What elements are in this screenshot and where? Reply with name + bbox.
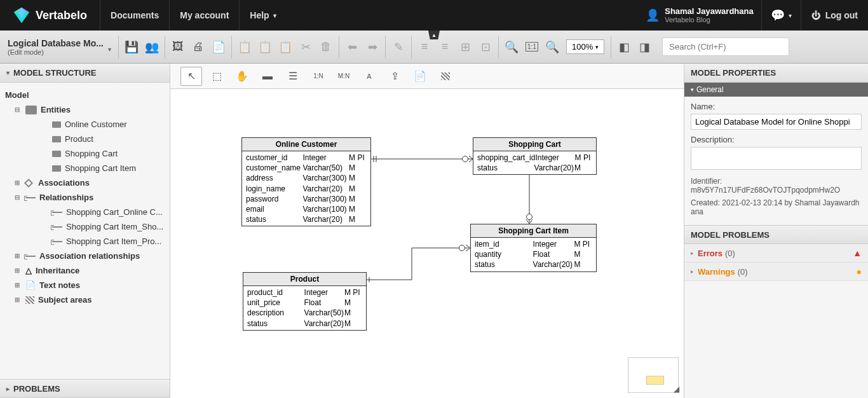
copy-button[interactable]: 📋	[234, 37, 255, 57]
relationship-endpoint-icon	[526, 214, 532, 220]
tree-text-notes[interactable]: ⊞📄Text notes	[0, 278, 170, 292]
model-structure-header[interactable]: ▾ MODEL STRUCTURE	[0, 64, 170, 83]
marquee-tool[interactable]: ⬚	[206, 67, 227, 86]
paste-button[interactable]: 📋	[255, 37, 275, 57]
chat-button[interactable]: 💬▾	[761, 0, 801, 31]
entity-icon: ▬	[262, 71, 273, 82]
tree-rel-cart-customer[interactable]: Shopping Cart_Online C...	[0, 205, 170, 219]
image-icon: 🖼	[172, 40, 184, 53]
note-tool[interactable]: 📄	[409, 67, 431, 86]
general-section-header[interactable]: ▾ General	[684, 83, 868, 97]
nav-documents[interactable]: Documents	[100, 0, 169, 31]
trash-icon: 🗑	[320, 40, 332, 53]
user-menu[interactable]: 👤 Shamal Jayawardhana Vertabelo Blog	[638, 6, 761, 25]
entity-shopping-cart-item[interactable]: Shopping Cart Item item_idIntegerM PI qu…	[470, 224, 597, 272]
assoc-tool-icon: A	[367, 72, 371, 80]
cursor-icon: ↖	[187, 70, 196, 82]
undo-button[interactable]: ⬅	[342, 37, 362, 57]
model-properties-header[interactable]: MODEL PROPERTIES	[684, 64, 868, 83]
svg-line-17	[466, 245, 470, 248]
tree-inheritance[interactable]: ⊞△Inheritance	[0, 263, 170, 278]
entity-title: Shopping Cart Item	[471, 224, 596, 238]
diagram-canvas[interactable]: Online Customer customer_idIntegerM PI c…	[170, 89, 684, 398]
m-n-icon: M:N	[338, 72, 349, 79]
doc-export-button[interactable]: 📄	[208, 37, 229, 57]
model-description-input[interactable]	[691, 147, 862, 170]
pan-tool[interactable]: ✋	[231, 67, 253, 86]
delete-button[interactable]: 🗑	[316, 37, 336, 57]
table-icon: ☰	[288, 70, 297, 82]
table-tool[interactable]: ☰	[282, 67, 304, 86]
minimap[interactable]: ◢	[628, 357, 679, 393]
tree-root-model[interactable]: Model	[0, 88, 170, 102]
tree-entity-product[interactable]: Product	[0, 132, 170, 146]
arrange-button[interactable]: ⊡	[475, 37, 496, 57]
relationship-icon	[52, 241, 62, 242]
one-n-icon: 1:N	[313, 72, 323, 79]
association-tool[interactable]: A	[358, 67, 380, 86]
paste-special-button[interactable]: 📋	[275, 37, 295, 57]
model-problems-header[interactable]: MODEL PROBLEMS	[684, 225, 868, 244]
image-export-button[interactable]: 🖼	[168, 37, 188, 57]
entity-online-customer[interactable]: Online Customer customer_idIntegerM PI c…	[241, 137, 371, 226]
subject-tool-icon	[441, 72, 450, 80]
brand-logo[interactable]: Vertabelo	[0, 6, 100, 24]
subject-area-tool[interactable]	[435, 67, 456, 86]
save-button[interactable]: 💾	[121, 37, 142, 57]
logout-button[interactable]: ⏻ Log out	[801, 0, 868, 31]
zoom-out-button[interactable]: 🔍	[501, 37, 522, 57]
tree-entity-shopping-cart-item[interactable]: Shopping Cart Item	[0, 161, 170, 175]
tree-entities[interactable]: ⊟Entities	[0, 102, 170, 117]
many-to-many-tool[interactable]: M:N	[333, 67, 355, 86]
redo-button[interactable]: ➡	[362, 37, 383, 57]
entity-tool[interactable]: ▬	[257, 67, 278, 86]
plus-icon: ⊞	[13, 282, 22, 289]
warnings-row[interactable]: ▸ Warnings (0) ●	[684, 263, 868, 281]
inheritance-tool[interactable]: ⇪	[384, 67, 405, 86]
inheritance-tool-icon: ⇪	[391, 70, 399, 82]
note-tool-icon: 📄	[414, 70, 426, 82]
chevron-right-icon: ▸	[6, 385, 10, 392]
tree-rel-item-cart[interactable]: Shopping Cart Item_Sho...	[0, 219, 170, 234]
chevron-right-icon: ▸	[691, 268, 694, 275]
tree-subject-areas[interactable]: ⊞Subject areas	[0, 292, 170, 307]
zoom-fit-button[interactable]: 1:1	[522, 37, 542, 57]
tree-assoc-relationships[interactable]: ⊞Association relationships	[0, 249, 170, 263]
relationship-endpoint-icon	[462, 156, 468, 162]
tree-entity-online-customer[interactable]: Online Customer	[0, 117, 170, 132]
nav-help[interactable]: Help▾	[239, 0, 286, 31]
entity-shopping-cart[interactable]: Shopping Cart shopping_cart_idIntegerM P…	[473, 137, 597, 175]
zoom-in-button[interactable]: 🔍	[542, 37, 562, 57]
tree-entity-shopping-cart[interactable]: Shopping Cart	[0, 146, 170, 161]
brand-name: Vertabelo	[36, 9, 87, 22]
nav-my-account[interactable]: My account	[169, 0, 239, 31]
share-button[interactable]: 👥	[142, 37, 162, 57]
resize-handle-icon[interactable]: ◢	[674, 385, 679, 394]
tree-associations[interactable]: ⊞Associations	[0, 175, 170, 190]
one-to-many-tool[interactable]: 1:N	[308, 67, 329, 86]
print-button[interactable]: 🖨	[188, 37, 208, 57]
tree-relationships[interactable]: ⊟Relationships	[0, 190, 170, 205]
power-icon: ⏻	[811, 10, 820, 20]
document-title-area[interactable]: Logical Database Mo... (Edit mode) ▾	[5, 38, 118, 56]
distribute-button[interactable]: ⊞	[455, 37, 475, 57]
align-center-button[interactable]: ≡	[435, 37, 455, 57]
pointer-tool[interactable]: ↖	[180, 67, 202, 86]
model-name-input[interactable]	[691, 114, 862, 130]
problems-panel-header[interactable]: ▸ PROBLEMS	[0, 379, 170, 398]
plus-icon: ⊞	[13, 179, 22, 186]
zoom-select[interactable]: 100% ▾	[566, 39, 604, 54]
errors-row[interactable]: ▸ Errors (0) ▲	[684, 244, 868, 263]
search-input[interactable]	[662, 38, 789, 56]
relationship-icon	[52, 212, 62, 213]
align-left-button[interactable]: ≡	[414, 37, 435, 57]
panel-right-toggle[interactable]: ◨	[634, 37, 654, 57]
model-tree: Model ⊟Entities Online Customer Product …	[0, 83, 170, 379]
cut-button[interactable]: ✂	[295, 37, 316, 57]
relationship-icon	[52, 226, 62, 228]
entity-product[interactable]: Product product_idIntegerM PI unit_price…	[243, 272, 367, 331]
panel-left-toggle[interactable]: ◧	[614, 37, 634, 57]
edit-button[interactable]: ✎	[388, 37, 409, 57]
entity-icon	[52, 121, 61, 128]
tree-rel-item-product[interactable]: Shopping Cart Item_Pro...	[0, 234, 170, 249]
